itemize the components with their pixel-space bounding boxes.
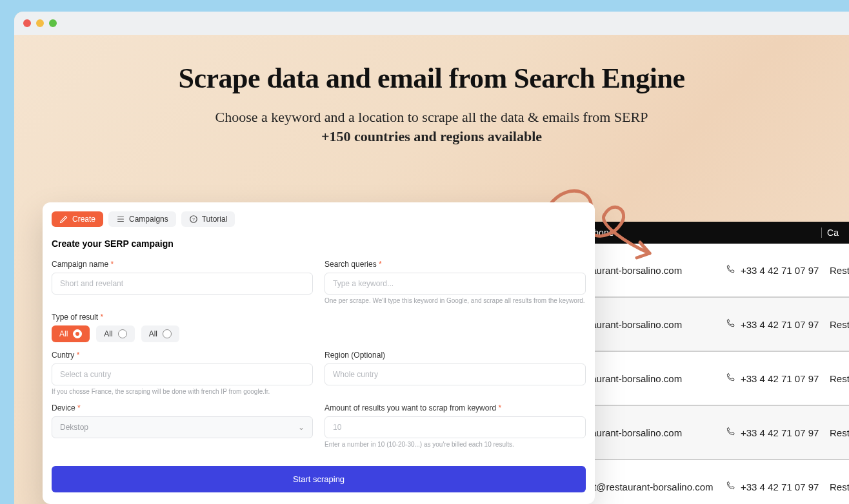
cell-phone: +33 4 42 71 07 97 bbox=[725, 318, 819, 331]
radio-icon bbox=[73, 329, 82, 338]
tab-tutorial-label: Tutorial bbox=[202, 215, 228, 224]
chip-all-2[interactable]: All bbox=[96, 325, 134, 342]
campaign-name-label: Campaign name bbox=[52, 260, 114, 269]
cell-phone: +33 4 42 71 07 97 bbox=[725, 373, 819, 385]
tab-create-label: Create bbox=[72, 215, 95, 224]
cell-phone: +33 4 42 71 07 97 bbox=[725, 481, 819, 493]
titlebar bbox=[14, 12, 849, 35]
cell-phone: +33 4 42 71 07 97 bbox=[725, 264, 819, 276]
phone-icon bbox=[725, 264, 735, 276]
tab-campaigns-label: Campaigns bbox=[129, 215, 168, 224]
cell-category: Resta bbox=[830, 319, 849, 330]
device-value: Dekstop bbox=[60, 423, 88, 432]
amount-label: Amount of results you want to scrap from… bbox=[325, 403, 501, 412]
chip-all-3[interactable]: All bbox=[141, 325, 179, 342]
chip-all-1[interactable]: All bbox=[52, 325, 90, 342]
page-subtitle: Choose a keyword and a location to scrap… bbox=[14, 109, 849, 126]
start-scraping-button[interactable]: Start scraping bbox=[52, 466, 586, 492]
amount-hint: Enter a number in 10 (10-20-30...) as yo… bbox=[325, 441, 586, 448]
tab-campaigns[interactable]: Campaigns bbox=[108, 211, 176, 227]
search-queries-hint: One per scrape. We'll type this keyword … bbox=[325, 297, 586, 304]
campaign-name-input[interactable] bbox=[52, 273, 313, 295]
chevron-down-icon: ⌄ bbox=[298, 423, 305, 432]
search-queries-label: Search queries bbox=[325, 260, 382, 269]
country-hint: If you chosse France, the scraping will … bbox=[52, 388, 313, 395]
tab-create[interactable]: Create bbox=[52, 211, 103, 227]
country-label: Cuntry bbox=[52, 351, 79, 360]
form-heading: Create your SERP campaign bbox=[52, 238, 586, 249]
cell-category: Resta bbox=[830, 481, 849, 492]
region-input[interactable] bbox=[325, 363, 586, 385]
page-subtitle-strong: +150 countries and regions available bbox=[14, 128, 849, 145]
maximize-icon[interactable] bbox=[49, 19, 57, 27]
page-title: Scrape data and email from Search Engine bbox=[14, 62, 849, 95]
app-window: Scrape data and email from Search Engine… bbox=[14, 12, 849, 504]
help-icon: ? bbox=[189, 215, 198, 224]
cell-phone: +33 4 42 71 07 97 bbox=[725, 427, 819, 439]
region-label: Region (Optional) bbox=[325, 351, 385, 360]
cell-category: Resta bbox=[830, 265, 849, 276]
column-category: Ca bbox=[821, 228, 839, 238]
tab-tutorial[interactable]: ? Tutorial bbox=[181, 211, 235, 227]
country-input[interactable] bbox=[52, 363, 313, 385]
radio-icon bbox=[118, 329, 127, 338]
device-label: Device bbox=[52, 403, 81, 412]
svg-text:?: ? bbox=[192, 217, 195, 222]
type-result-label: Type of result bbox=[52, 313, 103, 322]
radio-icon bbox=[163, 329, 172, 338]
phone-icon bbox=[725, 427, 735, 439]
phone-icon bbox=[725, 318, 735, 331]
phone-icon bbox=[725, 481, 735, 493]
create-icon bbox=[59, 215, 68, 224]
cell-category: Resta bbox=[830, 427, 849, 438]
list-icon bbox=[116, 215, 125, 224]
cell-category: Resta bbox=[830, 373, 849, 384]
device-select[interactable]: Dekstop ⌄ bbox=[52, 416, 313, 438]
minimize-icon[interactable] bbox=[36, 19, 44, 27]
create-campaign-card: Create Campaigns ? Tutorial Create your … bbox=[43, 202, 595, 504]
search-queries-input[interactable] bbox=[325, 273, 586, 295]
hero: Scrape data and email from Search Engine… bbox=[14, 62, 849, 145]
close-icon[interactable] bbox=[23, 19, 31, 27]
amount-input[interactable] bbox=[325, 416, 586, 438]
phone-icon bbox=[725, 373, 735, 385]
